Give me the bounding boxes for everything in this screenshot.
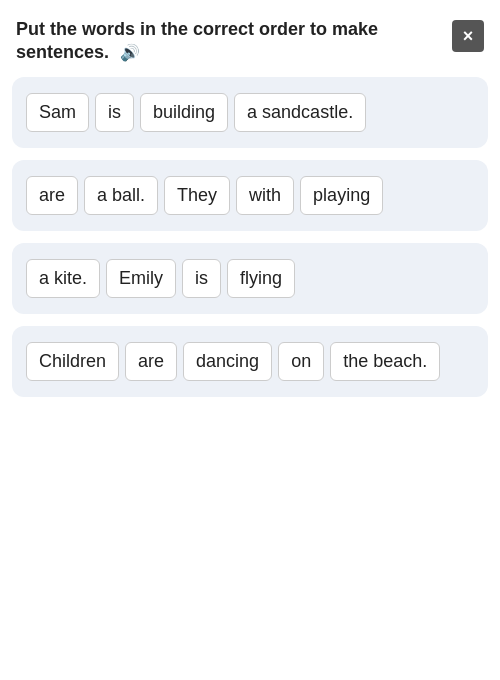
word-tile[interactable]: is bbox=[182, 259, 221, 298]
sentence-box-2: area ball.Theywithplaying bbox=[12, 160, 488, 231]
word-tile[interactable]: is bbox=[95, 93, 134, 132]
word-tile[interactable]: Children bbox=[26, 342, 119, 381]
close-button[interactable]: × bbox=[452, 20, 484, 52]
word-tile[interactable]: are bbox=[125, 342, 177, 381]
sentence-box-3: a kite.Emilyisflying bbox=[12, 243, 488, 314]
word-tile[interactable]: a kite. bbox=[26, 259, 100, 298]
word-tile[interactable]: the beach. bbox=[330, 342, 440, 381]
sentence-box-4: Childrenaredancingonthe beach. bbox=[12, 326, 488, 397]
word-tile[interactable]: Emily bbox=[106, 259, 176, 298]
word-tile[interactable]: with bbox=[236, 176, 294, 215]
sentence-box-1: Samisbuildinga sandcastle. bbox=[12, 77, 488, 148]
word-tile[interactable]: They bbox=[164, 176, 230, 215]
header-text: Put the words in the correct order to ma… bbox=[16, 18, 452, 65]
word-tile[interactable]: are bbox=[26, 176, 78, 215]
word-tile[interactable]: building bbox=[140, 93, 228, 132]
header-title: Put the words in the correct order to ma… bbox=[16, 19, 378, 62]
word-tile[interactable]: a sandcastle. bbox=[234, 93, 366, 132]
word-tile[interactable]: playing bbox=[300, 176, 383, 215]
word-tile[interactable]: a ball. bbox=[84, 176, 158, 215]
speaker-icon[interactable]: 🔊 bbox=[120, 43, 140, 64]
word-tile[interactable]: dancing bbox=[183, 342, 272, 381]
word-tile[interactable]: on bbox=[278, 342, 324, 381]
word-tile[interactable]: Sam bbox=[26, 93, 89, 132]
header: Put the words in the correct order to ma… bbox=[0, 0, 500, 77]
sentences-container: Samisbuildinga sandcastle.area ball.They… bbox=[0, 77, 500, 413]
word-tile[interactable]: flying bbox=[227, 259, 295, 298]
